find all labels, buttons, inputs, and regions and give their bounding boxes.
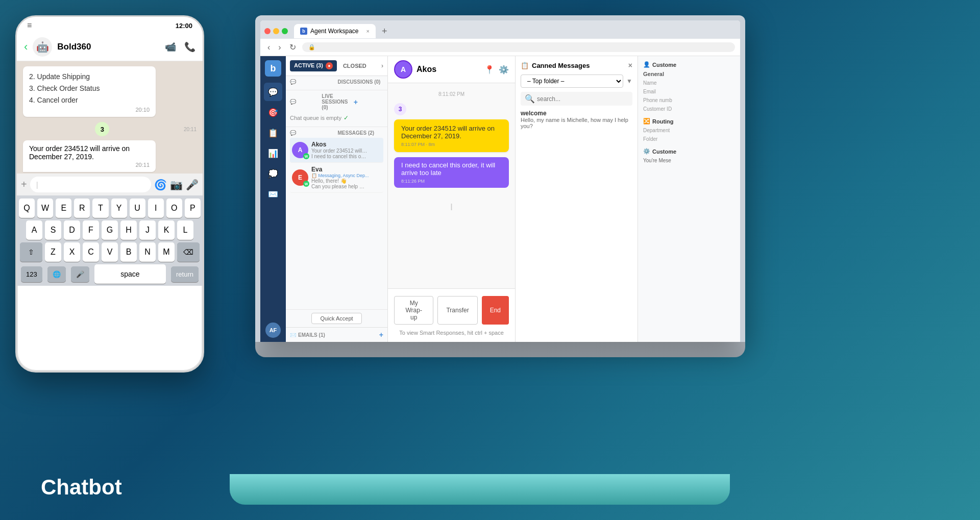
sidebar-icon-target[interactable]: 🎯	[264, 103, 282, 121]
quick-accept-button[interactable]: Quick Accept	[311, 313, 361, 324]
sidebar-icon-graph[interactable]: 📊	[264, 144, 282, 162]
chat-header-icons: 📍 ⚙️	[484, 65, 509, 75]
menu-item-2: 2. Update Shipping	[29, 71, 150, 82]
window-minimize-button[interactable]	[273, 28, 279, 34]
phone-back-button[interactable]: ‹	[24, 40, 28, 54]
sticker-icon[interactable]: 🌀	[154, 179, 167, 191]
camera-icon[interactable]: 📷	[170, 179, 183, 191]
key-M[interactable]: M	[158, 242, 175, 262]
chat-badge-3: 3	[95, 122, 109, 136]
add-live-session-button[interactable]: +	[354, 98, 383, 106]
forward-button[interactable]: ›	[276, 42, 283, 53]
menu-item-4: 4. Cancel order	[29, 95, 150, 106]
new-tab-button[interactable]: +	[378, 26, 391, 37]
key-G[interactable]: G	[102, 220, 118, 240]
tab-closed[interactable]: CLOSED	[339, 61, 371, 71]
key-F[interactable]: F	[83, 220, 99, 240]
eva-name: Eva	[311, 166, 381, 173]
key-Q[interactable]: Q	[19, 199, 35, 218]
key-O[interactable]: O	[166, 199, 182, 218]
refresh-button[interactable]: ↻	[287, 41, 298, 53]
sidebar-icon-chat[interactable]: 💬	[264, 83, 282, 101]
messages-icon: 💬	[290, 130, 336, 136]
tab-close-button[interactable]: ×	[366, 28, 370, 34]
customization-value: You're Mese	[643, 158, 735, 163]
key-globe[interactable]: 🌐	[47, 266, 66, 282]
customer-id-label: Customer ID	[643, 106, 735, 112]
email-label: Email	[643, 89, 735, 94]
tab-active[interactable]: ACTIVE (3) ●	[290, 60, 337, 71]
key-T[interactable]: T	[92, 199, 108, 218]
canned-messages-close-button[interactable]: ×	[628, 61, 632, 69]
key-X[interactable]: X	[64, 242, 80, 262]
key-Y[interactable]: Y	[111, 199, 127, 218]
key-shift[interactable]: ⇧	[20, 242, 42, 262]
location-icon[interactable]: 📍	[484, 65, 495, 75]
sidebar-icon-mail[interactable]: ✉️	[264, 185, 282, 203]
key-R[interactable]: R	[74, 199, 90, 218]
my-wrapup-button[interactable]: My Wrap-up	[394, 296, 433, 325]
discussions-label: DISCUSSIONS (0)	[338, 79, 384, 85]
folder-label: Folder	[643, 136, 735, 142]
folder-select[interactable]: – Top folder –	[521, 75, 623, 88]
tab-favicon: b	[300, 28, 307, 35]
key-space[interactable]: space	[94, 264, 166, 284]
canned-search: 🔍	[521, 92, 632, 106]
key-B[interactable]: B	[120, 242, 137, 262]
add-email-button[interactable]: +	[379, 331, 383, 339]
settings-icon[interactable]: ⚙️	[499, 65, 509, 75]
browser-tab-bar: b Agent Workspace × +	[260, 20, 740, 39]
mic-icon[interactable]: 🎤	[186, 179, 199, 191]
msg-badge-3: 3	[394, 103, 406, 115]
eva-avatar: E W	[292, 169, 308, 186]
video-call-icon[interactable]: 📹	[165, 41, 176, 53]
window-maximize-button[interactable]	[282, 28, 288, 34]
badge-time: 20:11	[184, 127, 197, 132]
key-L[interactable]: L	[177, 220, 193, 240]
phone-call-icon[interactable]: 📞	[184, 41, 195, 53]
key-P[interactable]: P	[185, 199, 201, 218]
key-Z[interactable]: Z	[45, 242, 61, 262]
key-return[interactable]: return	[171, 266, 199, 282]
key-W[interactable]: W	[37, 199, 53, 218]
phone-header-icons: 📹 📞	[165, 41, 195, 53]
window-controls	[264, 28, 288, 34]
session-item-eva[interactable]: E W Eva 📋 Messaging, Async Dep... Hello,…	[290, 163, 383, 193]
key-D[interactable]: D	[64, 220, 80, 240]
key-J[interactable]: J	[139, 220, 156, 240]
sidebar-icon-chat2[interactable]: 💭	[264, 164, 282, 183]
phone-text-input[interactable]: |	[30, 177, 151, 192]
queue-empty-msg: Chat queue is empty ✓	[290, 112, 383, 123]
transfer-button[interactable]: Transfer	[437, 296, 477, 325]
key-V[interactable]: V	[102, 242, 118, 262]
key-S[interactable]: S	[45, 220, 61, 240]
key-123[interactable]: 123	[21, 266, 42, 282]
address-bar[interactable]: 🔒	[302, 42, 735, 52]
msg-time-1: 8:11:02 PM	[394, 91, 509, 97]
sessions-chevron-icon[interactable]: ›	[381, 62, 383, 69]
key-I[interactable]: I	[148, 199, 164, 218]
eva-info: Eva 📋 Messaging, Async Dep... Hello, the…	[311, 166, 381, 189]
active-badge: ●	[326, 62, 333, 69]
session-item-akos[interactable]: A W Akos Your order 234512 will arriv...…	[290, 138, 383, 163]
plus-icon[interactable]: +	[21, 179, 27, 190]
key-backspace[interactable]: ⌫	[177, 242, 200, 262]
key-mic[interactable]: 🎤	[71, 266, 89, 282]
canned-search-input[interactable]	[537, 95, 628, 103]
sidebar-icon-list[interactable]: 📋	[264, 123, 282, 142]
key-A[interactable]: A	[26, 220, 42, 240]
key-C[interactable]: C	[83, 242, 99, 262]
window-close-button[interactable]	[264, 28, 271, 34]
key-E[interactable]: E	[56, 199, 71, 218]
key-K[interactable]: K	[158, 220, 175, 240]
discussions-icon: 💬	[290, 79, 336, 85]
back-button[interactable]: ‹	[265, 42, 272, 53]
browser-tab-agent-workspace[interactable]: b Agent Workspace ×	[294, 24, 376, 38]
sidebar-user-avatar: AF	[265, 323, 281, 338]
key-H[interactable]: H	[120, 220, 137, 240]
canned-message-item-welcome[interactable]: welcome Hello, my name is Michelle, how …	[521, 110, 632, 129]
field-folder: Folder	[643, 136, 735, 142]
key-U[interactable]: U	[130, 199, 145, 218]
key-N[interactable]: N	[139, 242, 156, 262]
end-button[interactable]: End	[482, 296, 509, 325]
